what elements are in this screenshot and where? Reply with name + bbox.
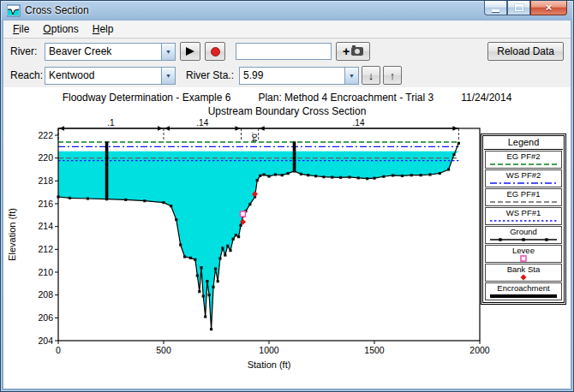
river-combobox[interactable]: Beaver Creek ▼ <box>45 43 176 61</box>
reach-combobox-value: Kentwood <box>45 68 161 84</box>
plus-icon: + <box>343 45 350 57</box>
river-label: River: <box>10 45 45 57</box>
maximize-button[interactable] <box>507 1 530 15</box>
up-arrow-icon: ↑ <box>390 69 396 82</box>
svg-text:.1: .1 <box>107 118 115 128</box>
next-upstream-button[interactable]: ↑ <box>383 66 402 85</box>
caption-buttons: × <box>484 1 567 15</box>
reach-label: Reach: <box>10 69 45 81</box>
legend-entry-label: Ground <box>487 227 559 236</box>
chart-title-date: 11/24/2014 <box>461 92 511 104</box>
svg-text:204: 204 <box>38 336 53 346</box>
river-sta-combobox-value: 5.99 <box>240 68 344 84</box>
chart-title-project: Floodway Determination - Example 6 <box>63 92 231 104</box>
svg-text:500: 500 <box>156 345 171 355</box>
legend-entry-label: WS PF#1 <box>487 208 559 217</box>
chevron-down-icon[interactable]: ▼ <box>161 44 175 60</box>
menu-help[interactable]: Help <box>86 21 121 38</box>
app-icon <box>7 4 21 18</box>
toolbar-row-river: River: Beaver Creek ▼ + Reload Data <box>10 42 564 61</box>
record-icon <box>211 47 220 56</box>
svg-text:222: 222 <box>38 130 53 140</box>
legend-entry-label: WS PF#2 <box>487 170 559 180</box>
animation-field[interactable] <box>236 43 332 60</box>
chart-title-plan: Plan: Method 4 Encroachment - Trial 3 <box>258 92 433 104</box>
svg-text:.14: .14 <box>353 118 365 128</box>
minimize-icon <box>492 9 499 12</box>
chart-titles: Floodway Determination - Example 6 Plan:… <box>3 87 571 117</box>
eg-pf2-line-icon <box>488 161 559 168</box>
legend-entry: Ground <box>485 226 562 244</box>
menu-file[interactable]: File <box>6 21 36 38</box>
titlebar[interactable]: Cross Section × <box>1 1 573 21</box>
cross-section-window: Cross Section × File Options Help River:… <box>0 0 574 392</box>
legend-entry: EG PF#2 <box>485 151 562 169</box>
close-button[interactable]: × <box>530 1 567 15</box>
legend-entry-label: Levee <box>487 246 559 255</box>
levee-marker-icon <box>488 255 559 262</box>
window-title: Cross Section <box>25 4 89 16</box>
svg-text:206: 206 <box>38 312 53 323</box>
maximize-icon <box>515 4 523 11</box>
reach-combobox[interactable]: Kentwood ▼ <box>45 67 176 85</box>
next-downstream-button[interactable]: ↓ <box>362 66 380 85</box>
chevron-down-icon[interactable]: ▼ <box>161 68 175 84</box>
legend-entry: Levee <box>485 245 562 263</box>
svg-text:1500: 1500 <box>364 345 385 355</box>
legend-entry: WS PF#1 <box>485 207 562 225</box>
river-sta-combobox[interactable]: 5.99 ▼ <box>239 67 359 85</box>
encroachment-line-icon <box>488 293 559 300</box>
ground-line-icon <box>488 236 559 243</box>
chart-panel: Floodway Determination - Example 6 Plan:… <box>3 87 571 389</box>
legend: Legend EG PF#2WS PF#2EG PF#1WS PF#1Groun… <box>481 134 566 305</box>
legend-entry-label: EG PF#2 <box>487 151 559 161</box>
svg-text:0: 0 <box>56 345 61 355</box>
bank-sta-marker-icon <box>488 274 559 281</box>
camera-icon <box>351 47 363 56</box>
ws-pf2-line-icon <box>488 180 559 187</box>
svg-text:Station (ft): Station (ft) <box>248 359 291 370</box>
svg-text:.04: .04 <box>250 132 259 142</box>
minimize-button[interactable] <box>484 1 507 15</box>
play-icon <box>186 47 194 56</box>
river-combobox-value: Beaver Creek <box>45 44 161 60</box>
eg-pf1-line-icon <box>488 199 559 205</box>
reload-data-button[interactable]: Reload Data <box>487 42 564 61</box>
legend-entry: Encroachment <box>485 282 562 300</box>
svg-text:1000: 1000 <box>259 345 279 355</box>
animate-button[interactable] <box>180 42 200 61</box>
svg-text:216: 216 <box>38 199 53 209</box>
menu-options[interactable]: Options <box>36 21 85 38</box>
legend-entry-label: Bank Sta <box>487 264 559 274</box>
legend-entry: EG PF#1 <box>485 188 562 206</box>
svg-text:2000: 2000 <box>469 345 490 355</box>
svg-text:208: 208 <box>38 289 53 300</box>
legend-entry-label: Encroachment <box>487 283 559 293</box>
toolbar: River: Beaver Creek ▼ + Reload Data Reac… <box>3 39 571 87</box>
add-plot-to-clipboard-button[interactable]: + <box>336 42 370 61</box>
close-icon: × <box>546 2 553 13</box>
legend-title: Legend <box>484 136 563 150</box>
river-sta-label: River Sta.: <box>186 69 234 81</box>
legend-entry: Bank Sta <box>485 264 562 282</box>
menubar: File Options Help <box>3 21 571 39</box>
ws-pf1-line-icon <box>488 217 559 224</box>
legend-entry: WS PF#2 <box>485 169 562 187</box>
toolbar-row-reach: Reach: Kentwood ▼ River Sta.: 5.99 ▼ ↓ ↑ <box>10 66 564 85</box>
chart-subtitle: Upstream Boundary Cross Section <box>3 105 571 117</box>
svg-text:.14: .14 <box>196 118 208 128</box>
record-button[interactable] <box>205 42 225 61</box>
svg-text:Elevation (ft): Elevation (ft) <box>7 208 17 261</box>
legend-entry-label: EG PF#1 <box>487 189 559 199</box>
svg-text:212: 212 <box>38 244 53 254</box>
svg-text:218: 218 <box>38 175 53 186</box>
client-area: File Options Help River: Beaver Creek ▼ … <box>3 21 571 389</box>
down-arrow-icon: ↓ <box>368 69 374 82</box>
cross-section-plot[interactable]: .1.14.04.1420420620821021221421621822022… <box>3 118 497 383</box>
svg-text:210: 210 <box>38 267 53 277</box>
legend-entries: EG PF#2WS PF#2EG PF#1WS PF#1GroundLeveeB… <box>484 151 563 300</box>
svg-text:214: 214 <box>38 221 53 231</box>
svg-text:220: 220 <box>38 152 53 163</box>
chevron-down-icon[interactable]: ▼ <box>344 68 358 84</box>
